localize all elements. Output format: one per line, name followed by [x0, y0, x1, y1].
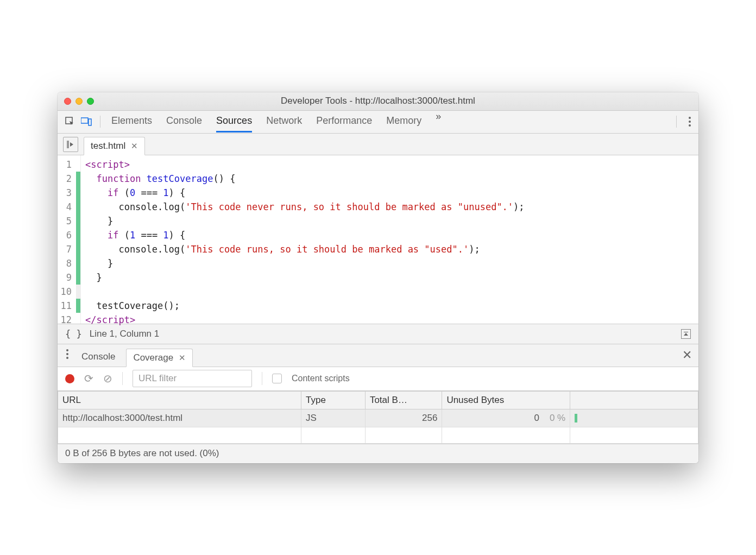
main-toolbar: Elements Console Sources Network Perform…	[58, 111, 698, 134]
more-tabs-icon[interactable]: »	[436, 111, 440, 133]
drawer-close-icon[interactable]: ✕	[682, 348, 692, 362]
reload-icon[interactable]: ⟳	[84, 372, 93, 385]
settings-menu-icon[interactable]	[686, 115, 693, 129]
tab-performance[interactable]: Performance	[316, 111, 372, 133]
tab-elements[interactable]: Elements	[111, 111, 152, 133]
cell-total: 256	[365, 409, 442, 427]
table-row[interactable]: http://localhost:3000/test.html JS 256 0…	[58, 409, 698, 427]
devtools-window: Developer Tools - http://localhost:3000/…	[58, 92, 698, 463]
col-total[interactable]: Total B…	[365, 391, 442, 409]
coverage-summary: 0 B of 256 B bytes are not used. (0%)	[58, 444, 698, 463]
cursor-position: Line 1, Column 1	[90, 329, 160, 339]
close-icon[interactable]: ✕	[131, 141, 138, 151]
file-tab-bar: test.html ✕	[58, 134, 698, 155]
file-tab-label: test.html	[91, 141, 125, 152]
zoom-window-icon[interactable]	[87, 98, 94, 105]
source-editor[interactable]: 123456789101112 <script> function testCo…	[58, 155, 698, 324]
minimize-window-icon[interactable]	[75, 98, 83, 105]
tab-console[interactable]: Console	[166, 111, 202, 133]
col-bar[interactable]	[570, 391, 698, 409]
line-gutter: 123456789101112	[58, 155, 81, 324]
tab-network[interactable]: Network	[266, 111, 302, 133]
drawer-tab-coverage[interactable]: Coverage ✕	[126, 349, 193, 367]
col-url[interactable]: URL	[58, 391, 301, 409]
close-window-icon[interactable]	[64, 98, 71, 105]
col-unused[interactable]: Unused Bytes	[442, 391, 570, 409]
navigator-toggle-icon[interactable]	[63, 137, 78, 152]
url-filter-input[interactable]: URL filter	[133, 370, 252, 387]
cell-bar	[570, 409, 698, 427]
cell-unused: 0 0 %	[442, 409, 570, 427]
separator	[676, 116, 677, 128]
cell-type: JS	[301, 409, 366, 427]
svg-rect-2	[89, 119, 91, 125]
svg-rect-1	[81, 118, 88, 123]
svg-marker-5	[684, 333, 688, 336]
panel-tabs: Elements Console Sources Network Perform…	[107, 111, 670, 133]
svg-rect-3	[67, 141, 69, 148]
table-row	[58, 427, 698, 443]
collapse-icon[interactable]	[681, 329, 691, 339]
svg-rect-6	[684, 332, 688, 332]
drawer-tab-bar: Console Coverage ✕ ✕	[58, 344, 698, 367]
drawer-tab-label: Coverage	[133, 352, 173, 363]
separator	[262, 372, 262, 385]
coverage-toolbar: ⟳ ⊘ URL filter Content scripts	[58, 367, 698, 391]
close-icon[interactable]: ✕	[179, 353, 186, 363]
window-title: Developer Tools - http://localhost:3000/…	[64, 96, 692, 106]
separator	[122, 372, 123, 385]
window-controls	[64, 98, 94, 105]
code-area[interactable]: <script> function testCoverage() { if (0…	[81, 155, 529, 324]
titlebar: Developer Tools - http://localhost:3000/…	[58, 92, 698, 111]
drawer-menu-icon[interactable]	[64, 347, 71, 361]
inspect-icon[interactable]	[63, 115, 77, 129]
usage-bar-icon	[575, 414, 577, 422]
tab-sources[interactable]: Sources	[216, 111, 252, 133]
content-scripts-label: Content scripts	[292, 374, 350, 383]
cell-url: http://localhost:3000/test.html	[58, 409, 301, 427]
pretty-print-icon[interactable]: { }	[65, 329, 82, 339]
content-scripts-checkbox[interactable]	[272, 374, 282, 383]
drawer-tab-console[interactable]: Console	[78, 347, 118, 367]
clear-icon[interactable]: ⊘	[103, 372, 112, 385]
device-mode-icon[interactable]	[79, 115, 93, 129]
record-button[interactable]	[65, 374, 74, 383]
separator	[100, 116, 100, 128]
file-tab-test-html[interactable]: test.html ✕	[84, 137, 145, 155]
col-type[interactable]: Type	[301, 391, 366, 409]
tab-memory[interactable]: Memory	[386, 111, 421, 133]
svg-marker-4	[70, 142, 73, 147]
coverage-table: URL Type Total B… Unused Bytes http://lo…	[58, 391, 698, 444]
